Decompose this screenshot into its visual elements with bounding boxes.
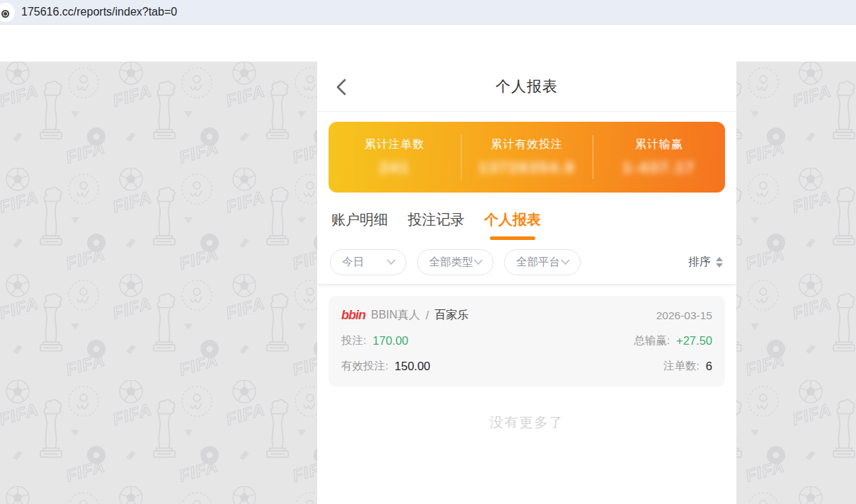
filter-date-value: 今日 <box>342 255 364 270</box>
filter-date-dropdown[interactable]: 今日 <box>330 249 406 275</box>
tab-bet-records[interactable]: 投注记录 <box>408 210 464 240</box>
game-name: 百家乐 <box>435 308 469 323</box>
bet-label: 投注: <box>341 333 366 348</box>
stat-total-winloss: 累计输赢 1-437.17 <box>593 122 725 193</box>
bet-count-value: 6 <box>706 360 712 373</box>
app-header: 个人报表 <box>317 62 736 112</box>
total-winloss-label: 总输赢: <box>634 333 670 348</box>
stat-label: 累计注单数 <box>365 137 425 152</box>
valid-bet-value: 150.00 <box>394 360 430 373</box>
report-card-row: 有效投注: 150.00 注单数: 6 <box>341 359 712 374</box>
sort-arrows-icon <box>715 256 724 268</box>
report-list-item[interactable]: bbin BBIN真人 / 百家乐 2026-03-15 投注: 170.00 … <box>329 296 725 386</box>
chevron-down-icon <box>474 259 483 265</box>
bet-count-label: 注单数: <box>663 359 700 374</box>
filter-platform-value: 全部平台 <box>516 255 560 270</box>
tab-account-details[interactable]: 账户明细 <box>331 210 388 240</box>
chevron-down-icon <box>561 259 570 265</box>
filter-type-dropdown[interactable]: 全部类型 <box>417 249 493 275</box>
report-card-row: 投注: 170.00 总输赢: +27.50 <box>341 333 712 348</box>
soccer-ball-favicon-icon <box>1 10 9 18</box>
stat-masked-value: 13726354.8 <box>479 159 575 177</box>
total-winloss-value: +27.50 <box>676 334 712 348</box>
back-button[interactable] <box>336 79 347 96</box>
chevron-down-icon <box>387 259 396 265</box>
bet-value: 170.00 <box>372 334 408 348</box>
filter-type-value: 全部类型 <box>429 255 473 270</box>
stats-summary-card: 累计注单数 241 累计有效投注 13726354.8 累计输赢 1-437.1… <box>329 122 725 193</box>
valid-bet-label: 有效投注: <box>341 359 388 374</box>
valid-bet-amount: 有效投注: 150.00 <box>341 359 430 374</box>
provider-info: bbin BBIN真人 / 百家乐 <box>341 308 469 323</box>
sort-label: 排序 <box>688 255 711 270</box>
site-info-icon[interactable] <box>0 3 15 22</box>
tab-bar: 账户明细 投注记录 个人报表 <box>317 193 736 240</box>
bet-count: 注单数: 6 <box>663 359 712 374</box>
tab-label: 账户明细 <box>331 212 388 227</box>
address-bar-url[interactable]: 175616.cc/reports/index?tab=0 <box>21 0 177 24</box>
stat-divider <box>461 135 462 179</box>
no-more-text: 没有更多了 <box>317 413 736 432</box>
tab-personal-report[interactable]: 个人报表 <box>484 210 541 240</box>
bet-amount: 投注: 170.00 <box>341 333 409 348</box>
stat-total-valid-bets: 累计有效投注 13726354.8 <box>461 122 593 193</box>
browser-url-bar[interactable]: 175616.cc/reports/index?tab=0 <box>0 0 856 25</box>
stat-masked-value: 241 <box>380 159 410 177</box>
provider-separator: / <box>426 309 428 322</box>
total-winloss: 总输赢: +27.50 <box>634 333 712 348</box>
sort-control[interactable]: 排序 <box>688 255 724 270</box>
stat-divider <box>593 135 593 179</box>
page-title: 个人报表 <box>496 76 558 96</box>
tab-label: 投注记录 <box>408 212 464 227</box>
filter-bar: 今日 全部类型 全部平台 排序 <box>317 240 736 285</box>
bbin-logo: bbin <box>341 308 365 323</box>
stat-total-bets: 累计注单数 241 <box>329 122 461 193</box>
browser-chrome-strip <box>0 25 856 62</box>
stat-masked-value: 1-437.17 <box>622 159 695 177</box>
report-card-header-row: bbin BBIN真人 / 百家乐 2026-03-15 <box>341 308 712 323</box>
provider-name: BBIN真人 <box>371 308 420 323</box>
app-column: 个人报表 累计注单数 241 累计有效投注 13726354.8 累计输赢 1-… <box>317 62 736 504</box>
stat-label: 累计有效投注 <box>491 137 563 152</box>
tab-label: 个人报表 <box>484 212 541 227</box>
filter-platform-dropdown[interactable]: 全部平台 <box>504 249 581 275</box>
report-date: 2026-03-15 <box>656 309 712 322</box>
stat-label: 累计输赢 <box>635 137 683 152</box>
